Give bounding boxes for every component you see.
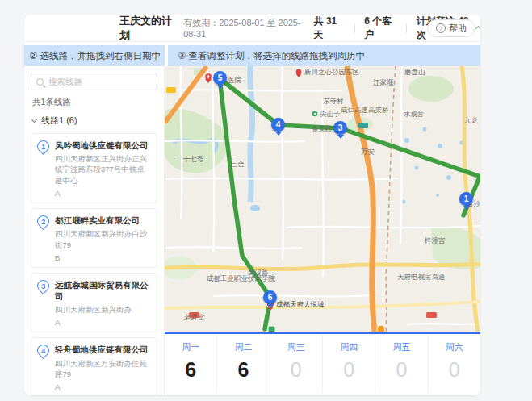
poi-icon	[268, 326, 275, 332]
stop-number-pin: 1	[35, 138, 52, 155]
customer-card[interactable]: 3 远航蓉城国际贸易有限公司 四川天府新区新兴街办 A	[31, 273, 157, 333]
day-column-thu[interactable]: 周四 0	[323, 334, 375, 393]
customer-grade: A	[55, 382, 151, 391]
step-hints: ② 选线路，并拖拽到右侧日期中 ③ 查看调整计划，将选择的线路拖拽到周历中	[24, 42, 480, 66]
map-label: 成都工业职业技术学院	[207, 274, 276, 282]
map-label: 天府电视宝岛通	[397, 273, 446, 281]
day-label: 周一	[165, 341, 216, 353]
week-calendar: 周一 6 周二 6 周三 0 周四 0 周五 0	[165, 332, 480, 393]
map-label: 水观音	[404, 110, 425, 118]
day-visit-count: 0	[429, 358, 480, 382]
day-label: 周四	[323, 341, 375, 353]
map-label: 老君堂	[184, 313, 205, 321]
map-stop-pin-5[interactable]: 5	[213, 71, 227, 85]
day-label: 周二	[217, 341, 269, 353]
customer-grade: A	[55, 318, 151, 327]
customer-address: 四川天府新区万安街办佳苑路79	[55, 358, 151, 380]
map-label: 成仁高速高架桥	[341, 106, 389, 114]
map-stop-pin-6[interactable]: 6	[263, 290, 277, 304]
stop-number-pin: 3	[35, 278, 52, 294]
day-visit-count: 0	[270, 358, 322, 382]
day-column-fri[interactable]: 周五 0	[375, 334, 428, 393]
map-label: 二十七号	[176, 155, 204, 163]
step2-hint: ② 选线路，并拖拽到右侧日期中	[24, 45, 165, 66]
search-input[interactable]	[48, 77, 145, 86]
customer-address: 四川天府新区正兴街办正兴镇宁波路东段377号中铁卓越中心	[55, 153, 151, 186]
day-column-tue[interactable]: 周二 6	[217, 334, 270, 393]
customer-grade: B	[55, 253, 151, 262]
customer-card[interactable]: 2 都江堰畔实业有限公司 四川天府新区新兴街办白沙街79 B	[31, 208, 157, 268]
map-label: 医院	[228, 76, 242, 84]
day-label: 周六	[429, 341, 480, 353]
day-label: 周五	[375, 341, 427, 353]
route-search[interactable]	[31, 73, 157, 90]
stop-number-pin: 4	[35, 342, 52, 359]
map-label: 三合	[231, 160, 245, 168]
day-visit-count: 0	[323, 358, 375, 382]
customer-name: 远航蓉城国际贸易有限公司	[55, 279, 151, 302]
chevron-up-icon	[475, 26, 480, 32]
poi-icon	[377, 325, 385, 332]
day-visit-count: 6	[217, 358, 269, 382]
question-circle-icon: ?	[436, 23, 446, 33]
map-label: 江家堰	[373, 78, 394, 86]
header: 王庆文的计划 有效期：2025-08-01 至 2025-08-31 共 31 …	[24, 15, 480, 42]
customer-card[interactable]: 1 风吟蜀地供应链有限公司 四川天府新区正兴街办正兴镇宁波路东段377号中铁卓越…	[31, 133, 157, 203]
map-label: 新川之心公园东区	[304, 68, 359, 76]
map-label: 金安路	[312, 124, 333, 132]
day-visit-count: 6	[165, 358, 216, 382]
customer-address: 四川天府新区新兴街办	[55, 304, 151, 315]
map-stop-pin-4[interactable]: 4	[271, 118, 285, 132]
stop-number-pin: 2	[35, 213, 52, 230]
plan-window: 王庆文的计划 有效期：2025-08-01 至 2025-08-31 共 31 …	[24, 15, 480, 395]
map-label: 成都天府大悦城	[276, 300, 325, 308]
customer-name: 风吟蜀地供应链有限公司	[55, 140, 151, 151]
customer-card[interactable]: 4 轻舟蜀地供应链有限公司 四川天府新区万安街办佳苑路79 A	[31, 337, 157, 395]
map-label: 尖山子	[320, 110, 341, 118]
divider	[406, 23, 407, 33]
map-label: 梓潼宫	[424, 236, 446, 244]
route-group-toggle[interactable]: 线路1 (6)	[32, 115, 157, 127]
map-label: 磨盘山	[404, 68, 425, 76]
total-days: 共 31 天	[314, 15, 345, 42]
river	[250, 66, 253, 202]
scenic-poi-icon	[312, 111, 318, 117]
validity-range: 有效期：2025-08-01 至 2025-08-31	[183, 17, 304, 39]
help-button[interactable]: ? 帮助	[427, 19, 475, 37]
map-label: 万安	[361, 148, 375, 156]
route-group-label: 线路1 (6)	[41, 115, 77, 127]
customer-address: 四川天府新区新兴街办白沙街79	[55, 228, 151, 250]
customer-name: 轻舟蜀地供应链有限公司	[55, 344, 151, 355]
day-label: 周三	[270, 341, 322, 353]
route-map[interactable]: 医院 新川之心公园东区 磨盘山 江家堰 东寺村 成仁高速高架桥 尖山子 水观音 …	[165, 66, 480, 332]
map-label: 东寺村	[323, 97, 344, 105]
road-shield-icon	[166, 87, 176, 93]
route-sidebar: 共1条线路 线路1 (6) 1 风吟蜀地供应链有限公司 四川天府新区正兴街办正兴…	[24, 66, 165, 395]
search-icon	[36, 78, 44, 86]
map-canvas: 医院 新川之心公园东区 磨盘山 江家堰 东寺村 成仁高速高架桥 尖山子 水观音 …	[165, 66, 480, 332]
customer-name: 都江堰畔实业有限公司	[55, 215, 151, 226]
day-column-wed[interactable]: 周三 0	[270, 334, 323, 393]
customer-grade: A	[55, 189, 151, 198]
route-count-summary: 共1条线路	[32, 97, 157, 108]
road-shield-icon	[358, 123, 368, 128]
day-column-sat[interactable]: 周六 0	[429, 334, 480, 393]
customer-count: 6 个客户	[364, 15, 396, 42]
chevron-down-icon	[31, 117, 37, 123]
map-label: 九龙	[464, 116, 479, 124]
road-shield-icon	[426, 312, 437, 318]
map-stop-pin-3[interactable]: 3	[333, 121, 347, 135]
day-visit-count: 0	[375, 358, 427, 382]
page-title: 王庆文的计划	[119, 15, 174, 43]
divider	[354, 23, 355, 33]
step3-hint: ③ 查看调整计划，将选择的线路拖拽到周历中	[168, 45, 480, 66]
help-label: 帮助	[449, 23, 467, 35]
day-column-mon[interactable]: 周一 6	[165, 334, 217, 393]
map-stop-pin-1[interactable]: 1	[459, 192, 473, 206]
